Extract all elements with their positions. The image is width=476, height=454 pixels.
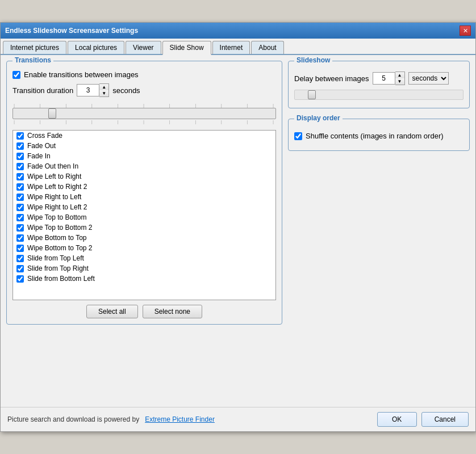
slideshow-group-title: Slideshow — [294, 56, 332, 64]
transition-label-1: Fade Out — [27, 142, 56, 150]
transition-item[interactable]: Fade Out — [13, 141, 275, 151]
transition-checkbox-0[interactable] — [16, 132, 24, 140]
transitions-button-row: Select all Select none — [12, 305, 276, 318]
transition-item[interactable]: Wipe Bottom to Top — [13, 233, 275, 243]
tab-bar: Internet pictures Local pictures Viewer … — [1, 39, 475, 55]
tab-slide-show[interactable]: Slide Show — [162, 41, 211, 55]
transition-item[interactable]: Cross Fade — [13, 131, 275, 141]
transition-label-14: Slide from Bottom Left — [27, 275, 95, 283]
transition-checkbox-6[interactable] — [16, 194, 24, 201]
transition-item[interactable]: Wipe Bottom to Top 2 — [13, 243, 275, 253]
transition-checkbox-3[interactable] — [16, 163, 24, 170]
slideshow-group: Slideshow Delay between images 5 ▲ ▼ sec… — [288, 61, 470, 108]
transition-item[interactable]: Wipe Top to Bottom 2 — [13, 222, 275, 233]
transition-checkbox-8[interactable] — [16, 214, 24, 221]
transition-item[interactable]: Slide from Top Left — [13, 253, 275, 263]
duration-label: Transition duration — [12, 86, 73, 95]
select-all-button[interactable]: Select all — [86, 305, 138, 318]
transition-label-11: Wipe Bottom to Top 2 — [27, 244, 93, 252]
delay-slider-thumb[interactable] — [308, 90, 316, 99]
transition-checkbox-4[interactable] — [16, 173, 24, 180]
display-order-group: Display order Shuffle contents (images i… — [288, 119, 470, 151]
transition-checkbox-9[interactable] — [16, 224, 24, 232]
tab-internet-pictures[interactable]: Internet pictures — [3, 41, 66, 54]
enable-transitions-checkbox[interactable] — [12, 71, 20, 79]
tab-content: Transitions Enable transitions between i… — [1, 55, 475, 407]
transition-slider-track[interactable] — [12, 108, 276, 119]
duration-spinner: 3 ▲ ▼ — [77, 83, 109, 97]
duration-row: Transition duration 3 ▲ ▼ seconds — [12, 83, 276, 97]
slider-ticks-bottom: | | | | | | | | | | | — [12, 119, 276, 124]
delay-up-button[interactable]: ▲ — [395, 72, 404, 78]
transition-item[interactable]: Wipe Top to Bottom — [13, 212, 275, 222]
transition-label-9: Wipe Top to Bottom 2 — [27, 224, 93, 232]
cancel-button[interactable]: Cancel — [421, 412, 469, 427]
transition-slider-thumb[interactable] — [48, 108, 56, 119]
select-none-button[interactable]: Select none — [143, 305, 202, 318]
status-bar: Picture search and download is powered b… — [1, 407, 475, 431]
transition-label-5: Wipe Left to Right 2 — [27, 183, 87, 191]
transitions-panel: Transitions Enable transitions between i… — [6, 61, 282, 401]
ok-cancel-row: OK Cancel — [377, 412, 469, 427]
transition-checkbox-10[interactable] — [16, 234, 24, 242]
transition-checkbox-11[interactable] — [16, 245, 24, 252]
slider-ticks-top: | | | | | | | | | | | — [12, 103, 276, 108]
ok-button[interactable]: OK — [377, 412, 417, 427]
display-order-title: Display order — [294, 114, 343, 122]
window-title: Endless Slideshow Screensaver Settings — [5, 27, 138, 35]
transition-checkbox-14[interactable] — [16, 275, 24, 283]
status-text-container: Picture search and download is powered b… — [7, 415, 215, 423]
transition-item[interactable]: Wipe Left to Right 2 — [13, 182, 275, 192]
delay-unit-select[interactable]: seconds minutes — [408, 72, 449, 85]
delay-down-button[interactable]: ▼ — [395, 78, 404, 85]
main-window: Endless Slideshow Screensaver Settings ✕… — [0, 22, 476, 432]
duration-spinner-buttons: ▲ ▼ — [99, 83, 109, 97]
transition-checkbox-13[interactable] — [16, 265, 24, 272]
transition-item[interactable]: Slide from Top Right — [13, 263, 275, 274]
duration-up-button[interactable]: ▲ — [99, 84, 108, 90]
delay-slider-container — [294, 90, 464, 100]
tab-internet[interactable]: Internet — [212, 41, 250, 54]
transition-label-4: Wipe Left to Right — [27, 173, 81, 180]
transition-label-10: Wipe Bottom to Top — [27, 234, 87, 242]
transition-label-12: Slide from Top Left — [27, 254, 84, 262]
transition-item[interactable]: Fade Out then In — [13, 161, 275, 171]
transition-label-7: Wipe Right to Left 2 — [27, 203, 87, 211]
transitions-list[interactable]: Cross FadeFade OutFade InFade Out then I… — [12, 130, 276, 300]
tab-local-pictures[interactable]: Local pictures — [68, 41, 124, 54]
transition-slider-container: | | | | | | | | | | | — [12, 103, 276, 124]
duration-input[interactable]: 3 — [77, 84, 99, 96]
shuffle-row: Shuffle contents (images in random order… — [294, 132, 464, 140]
delay-row: Delay between images 5 ▲ ▼ seconds minut… — [294, 72, 464, 85]
transition-item[interactable]: Fade In — [13, 151, 275, 161]
shuffle-checkbox[interactable] — [294, 132, 302, 140]
transition-checkbox-5[interactable] — [16, 183, 24, 191]
delay-input[interactable]: 5 — [373, 72, 395, 85]
transition-item[interactable]: Wipe Right to Left 2 — [13, 202, 275, 212]
enable-transitions-row: Enable transitions between images — [12, 70, 276, 79]
tab-viewer[interactable]: Viewer — [126, 41, 161, 54]
title-bar: Endless Slideshow Screensaver Settings ✕ — [1, 23, 475, 39]
transition-label-13: Slide from Top Right — [27, 264, 89, 272]
delay-spinner: 5 ▲ ▼ — [373, 72, 405, 85]
transition-item[interactable]: Slide from Bottom Left — [13, 274, 275, 284]
transition-checkbox-2[interactable] — [16, 153, 24, 160]
transition-label-3: Fade Out then In — [27, 162, 78, 170]
transition-checkbox-12[interactable] — [16, 255, 24, 262]
transition-checkbox-1[interactable] — [16, 142, 24, 150]
transition-label-8: Wipe Top to Bottom — [27, 213, 87, 221]
extreme-picture-finder-link[interactable]: Extreme Picture Finder — [145, 415, 215, 423]
right-panel: Slideshow Delay between images 5 ▲ ▼ sec… — [288, 61, 470, 401]
transition-checkbox-7[interactable] — [16, 204, 24, 211]
close-button[interactable]: ✕ — [460, 26, 471, 36]
status-text: Picture search and download is powered b… — [7, 415, 139, 423]
transition-item[interactable]: Wipe Left to Right — [13, 171, 275, 182]
enable-transitions-label: Enable transitions between images — [24, 70, 139, 79]
transition-item[interactable]: Wipe Right to Left — [13, 192, 275, 202]
transitions-group-title: Transitions — [12, 56, 53, 64]
shuffle-label: Shuffle contents (images in random order… — [306, 132, 444, 140]
tab-about[interactable]: About — [251, 41, 283, 54]
delay-slider-track[interactable] — [294, 90, 464, 100]
duration-unit: seconds — [112, 86, 140, 95]
duration-down-button[interactable]: ▼ — [99, 90, 108, 96]
